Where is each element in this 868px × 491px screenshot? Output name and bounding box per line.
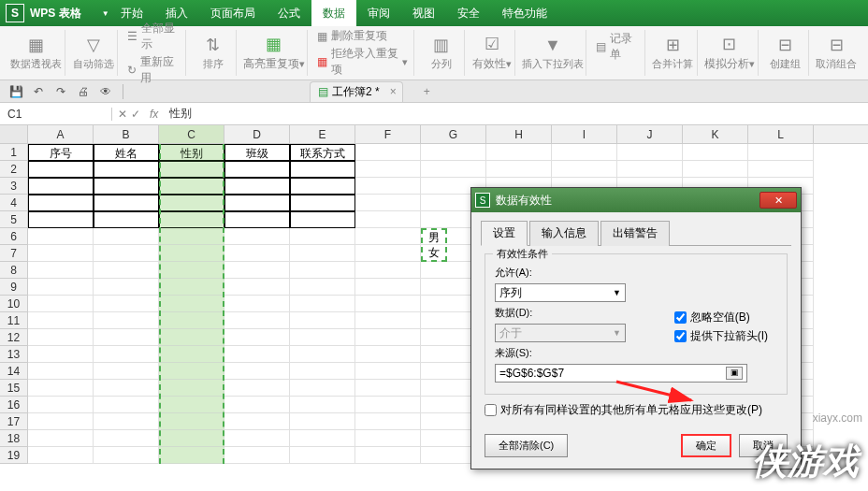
ribbon-del-dup[interactable]: ▦删除重复项 bbox=[317, 28, 387, 44]
row-header-12[interactable]: 12 bbox=[0, 329, 28, 346]
cell-E14[interactable] bbox=[290, 363, 355, 380]
cell-C1[interactable]: 性别 bbox=[159, 144, 224, 161]
cell-A8[interactable] bbox=[28, 262, 94, 279]
cell-B18[interactable] bbox=[94, 430, 159, 447]
cell-E4[interactable] bbox=[290, 195, 355, 211]
cell-E1[interactable]: 联系方式 bbox=[290, 144, 355, 161]
cell-C3[interactable] bbox=[159, 178, 224, 195]
row-header-5[interactable]: 5 bbox=[0, 211, 28, 228]
row-header-18[interactable]: 18 bbox=[0, 430, 28, 447]
cell-J2[interactable] bbox=[617, 161, 683, 178]
cell-C10[interactable] bbox=[159, 296, 224, 312]
cell-E8[interactable] bbox=[290, 262, 355, 279]
cell-B1[interactable]: 姓名 bbox=[94, 144, 159, 161]
cell-B14[interactable] bbox=[94, 363, 159, 380]
cell-B19[interactable] bbox=[94, 447, 159, 464]
cell-E5[interactable] bbox=[290, 211, 355, 228]
cell-A12[interactable] bbox=[28, 329, 94, 346]
cell-E12[interactable] bbox=[290, 329, 355, 346]
cell-E10[interactable] bbox=[290, 296, 355, 312]
row-header-3[interactable]: 3 bbox=[0, 178, 28, 195]
cell-F2[interactable] bbox=[355, 161, 421, 178]
cell-C11[interactable] bbox=[159, 312, 224, 329]
cell-C5[interactable] bbox=[159, 211, 224, 228]
col-header-J[interactable]: J bbox=[617, 125, 683, 143]
row-header-1[interactable]: 1 bbox=[0, 144, 28, 161]
cell-F7[interactable] bbox=[355, 245, 421, 262]
cell-H1[interactable] bbox=[486, 144, 552, 161]
cell-B8[interactable] bbox=[94, 262, 159, 279]
col-header-D[interactable]: D bbox=[224, 125, 290, 143]
range-picker-button[interactable]: ▣ bbox=[726, 367, 743, 380]
row-header-11[interactable]: 11 bbox=[0, 312, 28, 329]
row-header-19[interactable]: 19 bbox=[0, 447, 28, 464]
dialog-tab-error-alert[interactable]: 出错警告 bbox=[600, 221, 670, 246]
doc-tab-close[interactable]: × bbox=[390, 85, 397, 98]
cell-B16[interactable] bbox=[94, 397, 159, 413]
ribbon-group[interactable]: ⊟创建组 bbox=[762, 30, 809, 76]
cell-D13[interactable] bbox=[224, 346, 290, 363]
cell-F14[interactable] bbox=[355, 363, 421, 380]
cell-D3[interactable] bbox=[224, 178, 290, 195]
tab-features[interactable]: 特色功能 bbox=[491, 0, 558, 26]
cell-F18[interactable] bbox=[355, 430, 421, 447]
qat-preview[interactable]: 👁 bbox=[97, 83, 114, 100]
cell-C15[interactable] bbox=[159, 380, 224, 397]
cell-E15[interactable] bbox=[290, 380, 355, 397]
cell-G1[interactable] bbox=[421, 144, 486, 161]
cell-C9[interactable] bbox=[159, 279, 224, 296]
qat-redo[interactable]: ↷ bbox=[52, 83, 69, 100]
col-header-E[interactable]: E bbox=[290, 125, 355, 143]
cell-D14[interactable] bbox=[224, 363, 290, 380]
cell-C12[interactable] bbox=[159, 329, 224, 346]
cell-E17[interactable] bbox=[290, 413, 355, 430]
cell-F15[interactable] bbox=[355, 380, 421, 397]
cell-F6[interactable] bbox=[355, 228, 421, 245]
cell-C6[interactable] bbox=[159, 228, 224, 245]
row-header-16[interactable]: 16 bbox=[0, 397, 28, 413]
cell-E19[interactable] bbox=[290, 447, 355, 464]
tab-formula[interactable]: 公式 bbox=[267, 0, 311, 26]
tab-layout[interactable]: 页面布局 bbox=[199, 0, 267, 26]
tab-data[interactable]: 数据 bbox=[311, 0, 356, 26]
cell-B9[interactable] bbox=[94, 279, 159, 296]
cell-A9[interactable] bbox=[28, 279, 94, 296]
cell-F3[interactable] bbox=[355, 178, 421, 195]
col-header-K[interactable]: K bbox=[683, 125, 748, 143]
cell-B7[interactable] bbox=[94, 245, 159, 262]
cell-D15[interactable] bbox=[224, 380, 290, 397]
row-header-15[interactable]: 15 bbox=[0, 380, 28, 397]
fx-icon[interactable]: fx bbox=[150, 108, 158, 121]
row-header-2[interactable]: 2 bbox=[0, 161, 28, 178]
cell-B4[interactable] bbox=[94, 195, 159, 211]
ribbon-sort[interactable]: ⇅排序 bbox=[190, 30, 237, 76]
cell-A13[interactable] bbox=[28, 346, 94, 363]
cell-D9[interactable] bbox=[224, 279, 290, 296]
row-header-8[interactable]: 8 bbox=[0, 262, 28, 279]
row-header-9[interactable]: 9 bbox=[0, 279, 28, 296]
app-menu-dropdown[interactable]: ▼ bbox=[102, 9, 109, 18]
tab-view[interactable]: 视图 bbox=[401, 0, 446, 26]
cell-K1[interactable] bbox=[683, 144, 748, 161]
cell-F9[interactable] bbox=[355, 279, 421, 296]
ok-button[interactable]: 确定 bbox=[681, 434, 731, 457]
cell-C7[interactable] bbox=[159, 245, 224, 262]
col-header-I[interactable]: I bbox=[552, 125, 617, 143]
col-header-C[interactable]: C bbox=[159, 125, 224, 143]
cancel-button[interactable]: 取消 bbox=[739, 434, 788, 457]
cell-D11[interactable] bbox=[224, 312, 290, 329]
dialog-tab-settings[interactable]: 设置 bbox=[481, 221, 528, 246]
cell-B12[interactable] bbox=[94, 329, 159, 346]
cell-B10[interactable] bbox=[94, 296, 159, 312]
name-box[interactable]: C1 bbox=[0, 108, 112, 121]
row-header-6[interactable]: 6 bbox=[0, 228, 28, 245]
row-header-14[interactable]: 14 bbox=[0, 363, 28, 380]
cell-C14[interactable] bbox=[159, 363, 224, 380]
cell-F10[interactable] bbox=[355, 296, 421, 312]
ribbon-reapply[interactable]: ↻重新应用 bbox=[127, 54, 180, 86]
qat-print[interactable]: 🖨 bbox=[75, 83, 92, 100]
cell-A4[interactable] bbox=[28, 195, 94, 211]
cell-A6[interactable] bbox=[28, 228, 94, 245]
cell-A16[interactable] bbox=[28, 397, 94, 413]
cell-L2[interactable] bbox=[748, 161, 814, 178]
